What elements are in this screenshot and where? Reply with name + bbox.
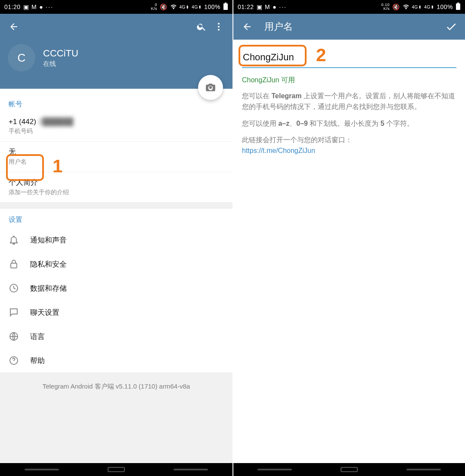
bio-hint: 添加一些关于你的介绍 [9,189,224,196]
phone-value: +1 (442) 2██████ [9,118,224,126]
more-icon: ··· [46,3,53,10]
username-available: ChongZiJun 可用 [242,76,456,85]
bell-icon [9,235,30,245]
nav-bar [233,463,465,476]
settings-item-notifications[interactable]: 通知和声音 [0,228,232,252]
chat-icon: ● [39,3,43,10]
screen-username: 01:22 ▣ M ● ··· 0.10 K/s 🔇 4G⬍ 4G⬍ 100% [232,0,465,476]
app-bar: 用户名 [233,14,465,40]
net-speed: 0.10 K/s [381,3,390,11]
nav-home[interactable] [108,467,125,472]
signal-4g-icon-2: 4G⬍ [424,5,434,9]
camera-fab[interactable] [198,75,223,100]
profile-name: CCCiTU [43,48,78,59]
settings-item-privacy[interactable]: 隐私和安全 [0,252,232,276]
battery-pct: 100% [437,3,453,10]
page-title: 用户名 [264,20,443,33]
battery-icon [223,3,228,12]
username-link[interactable]: https://t.me/ChongZiJun [242,147,315,154]
mute-icon: 🔇 [392,3,400,10]
nav-back[interactable] [174,469,208,470]
app-bar [0,14,232,40]
username-input[interactable] [242,49,456,68]
mail-icon: M [31,3,37,10]
phone-rest: 2██████ [38,118,74,126]
settings-header: 设置 [0,208,232,228]
avatar[interactable]: C [8,44,35,72]
nav-back[interactable] [406,469,441,470]
username-row[interactable]: 无 用户名 [0,142,232,172]
chat-icon: ● [273,3,276,10]
phone-prefix: +1 (442) [9,118,38,126]
back-button[interactable] [5,18,22,35]
account-section: 帐号 +1 (442) 2██████ 手机号码 无 用户名 个人简介 添加一些… [0,89,232,202]
lock-icon [9,259,30,269]
phone-row[interactable]: +1 (442) 2██████ 手机号码 [0,112,232,142]
confirm-button[interactable] [443,18,460,35]
settings-item-help[interactable]: 帮助 [0,348,232,373]
status-bar: 01:22 ▣ M ● ··· 0.10 K/s 🔇 4G⬍ 4G⬍ 100% [233,0,465,14]
svg-rect-1 [225,3,226,3]
nav-recent[interactable] [257,469,292,470]
username-desc-3: 此链接会打开一个与您的对话窗口： https://t.me/ChongZiJun [242,135,456,156]
account-header: 帐号 [0,93,232,112]
username-label: 用户名 [9,158,224,166]
svg-rect-5 [11,263,17,268]
wifi-icon [403,3,409,11]
username-desc-1: 您可以在 Telegram 上设置一个用户名。设置后，别人将能够在不知道您的手机… [242,91,456,112]
svg-point-4 [218,29,220,31]
mail-icon: M [265,3,270,10]
screen-profile: 01:20 ▣ M ● ··· 0 K/s 🔇 4G⬍ 4G⬍ 100% [0,0,232,476]
settings-item-label: 语言 [30,332,45,342]
clock-icon [9,283,30,293]
settings-item-language[interactable]: 语言 [0,324,232,348]
image-icon: ▣ [23,3,29,10]
signal-4g-icon-2: 4G⬍ [192,5,202,9]
settings-item-label: 帮助 [30,356,45,366]
settings-item-label: 隐私和安全 [30,259,67,269]
search-button[interactable] [193,18,210,35]
phone-label: 手机号码 [9,128,224,135]
settings-item-label: 数据和存储 [30,283,67,293]
wifi-icon [170,3,177,11]
nav-recent[interactable] [25,469,59,470]
status-bar: 01:20 ▣ M ● ··· 0 K/s 🔇 4G⬍ 4G⬍ 100% [0,0,232,14]
more-menu-button[interactable] [210,18,227,35]
profile-presence: 在线 [43,60,78,68]
profile-header: C CCCiTU 在线 [0,40,232,89]
bio-title: 个人简介 [9,177,224,187]
svg-point-3 [218,26,220,28]
settings-item-data[interactable]: 数据和存储 [0,276,232,300]
section-gap [0,202,232,208]
chat-icon [9,307,30,317]
image-icon: ▣ [257,3,263,10]
settings-section: 设置 通知和声音 隐私和安全 数据和存储 [0,208,232,373]
svg-rect-9 [456,3,460,10]
net-speed: 0 K/s [151,3,157,11]
mute-icon: 🔇 [160,3,167,10]
username-value: 无 [9,147,224,157]
signal-4g-icon: 4G⬍ [412,5,422,9]
username-body: ChongZiJun 可用 您可以在 Telegram 上设置一个用户名。设置后… [233,40,465,463]
settings-item-chat[interactable]: 聊天设置 [0,300,232,324]
help-icon [9,355,30,366]
svg-point-2 [218,23,220,25]
nav-bar [0,463,232,476]
battery-pct: 100% [204,3,220,10]
more-icon: ··· [279,3,287,10]
svg-rect-0 [223,3,228,10]
status-time: 01:20 [4,3,21,10]
nav-home[interactable] [341,467,358,472]
version-footer: Telegram Android 客户端 v5.11.0 (1710) arm6… [0,373,232,463]
back-button[interactable] [239,18,256,35]
globe-icon [9,331,30,342]
username-desc-2: 您可以使用 a–z、0–9 和下划线。最小长度为 5 个字符。 [242,118,456,129]
status-time: 01:22 [238,3,254,10]
bio-row[interactable]: 个人简介 添加一些关于你的介绍 [0,172,232,202]
settings-item-label: 通知和声音 [30,235,67,245]
svg-rect-10 [457,3,459,3]
signal-4g-icon: 4G⬍ [180,5,189,9]
settings-item-label: 聊天设置 [30,308,59,317]
battery-icon [456,3,461,12]
